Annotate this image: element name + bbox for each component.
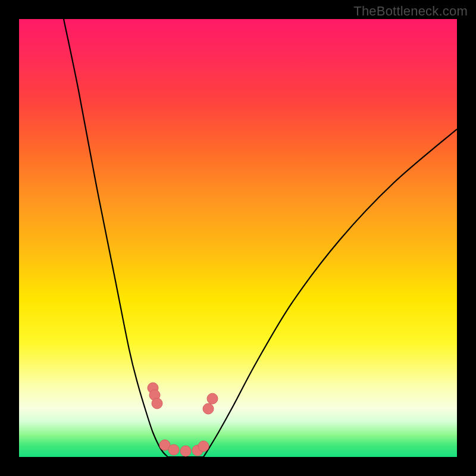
chart-frame: TheBottleneck.com <box>0 0 476 476</box>
data-marker <box>180 446 191 456</box>
data-marker <box>152 398 162 409</box>
chart-svg <box>19 19 457 457</box>
data-marker <box>203 403 214 414</box>
data-marker <box>168 444 179 455</box>
data-marker <box>198 441 209 452</box>
watermark-text: TheBottleneck.com <box>353 4 468 19</box>
plot-area <box>19 19 457 457</box>
curve-right-branch <box>203 129 457 457</box>
data-marker <box>207 393 218 404</box>
